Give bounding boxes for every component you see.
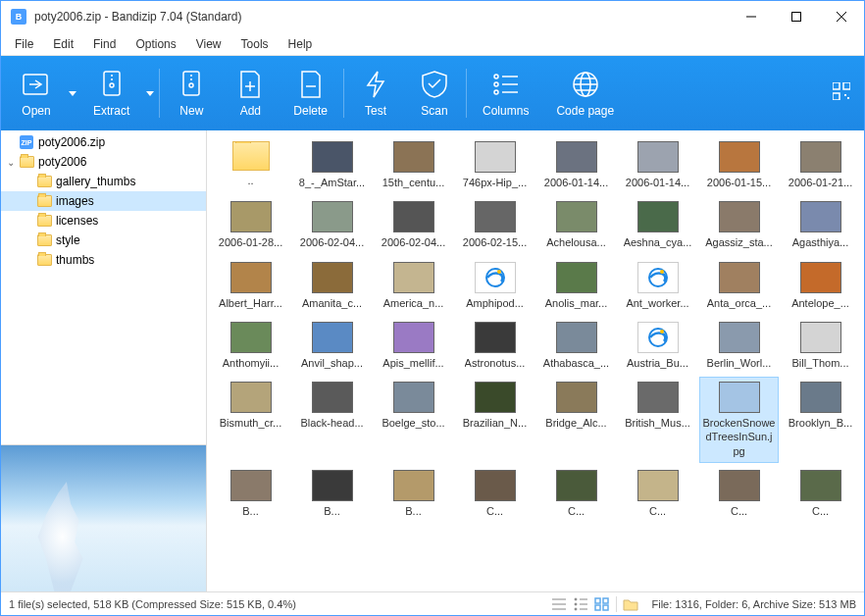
file-item[interactable]: 2006-01-28... <box>211 196 290 254</box>
file-item[interactable]: Anolis_mar... <box>536 257 616 315</box>
file-item[interactable]: Apis_mellif... <box>374 317 453 375</box>
view-details-icon[interactable] <box>573 597 588 611</box>
file-item[interactable]: Agasthiya... <box>781 196 860 254</box>
tree-item-images[interactable]: images <box>1 191 206 211</box>
file-item[interactable]: 2006-02-15... <box>455 196 534 254</box>
tree-item-thumbs[interactable]: thumbs <box>1 250 206 270</box>
menu-help[interactable]: Help <box>279 35 323 53</box>
image-thumbnail <box>800 262 841 293</box>
file-item[interactable]: 2006-02-04... <box>374 196 453 254</box>
menu-tools[interactable]: Tools <box>231 35 279 53</box>
svg-point-17 <box>494 82 498 86</box>
maximize-button[interactable] <box>774 1 819 32</box>
file-item[interactable]: Berlin_Worl... <box>699 317 779 375</box>
file-label: Anta_orca_... <box>707 296 771 310</box>
codepage-button[interactable]: Code page <box>542 59 628 128</box>
tree-item-poty2006[interactable]: ⌄poty2006 <box>1 152 206 172</box>
file-item[interactable]: Brazilian_N... <box>455 377 534 463</box>
file-item[interactable]: C... <box>618 465 697 523</box>
file-item[interactable]: Austria_Bu... <box>618 317 697 375</box>
view-folder-icon[interactable] <box>623 597 638 611</box>
file-item[interactable]: Athabasca_... <box>536 317 616 375</box>
file-item[interactable]: America_n... <box>374 257 453 315</box>
file-item[interactable]: B... <box>374 465 453 523</box>
minimize-button[interactable] <box>729 1 774 32</box>
file-item[interactable]: B... <box>292 465 372 523</box>
delete-button[interactable]: Delete <box>280 59 341 128</box>
image-thumbnail <box>800 141 841 173</box>
columns-button[interactable]: Columns <box>469 59 542 128</box>
tree-expander[interactable]: ⌄ <box>5 157 17 168</box>
view-list-icon[interactable] <box>551 597 567 611</box>
menu-options[interactable]: Options <box>126 35 185 53</box>
file-item[interactable]: Boelge_sto... <box>374 377 453 463</box>
app-window: B poty2006.zip - Bandizip 7.04 (Standard… <box>0 0 865 616</box>
file-item[interactable]: 8_-_AmStar... <box>292 136 372 194</box>
file-item[interactable]: Anthomyii... <box>211 317 290 375</box>
image-thumbnail <box>719 322 760 353</box>
file-item[interactable]: B... <box>211 465 290 523</box>
file-item[interactable]: C... <box>455 465 534 523</box>
scan-button[interactable]: Scan <box>405 59 464 128</box>
open-button[interactable]: Open <box>7 59 66 128</box>
file-item[interactable]: British_Mus... <box>618 377 697 463</box>
file-item[interactable]: 2006-01-14... <box>536 136 616 194</box>
file-item[interactable]: Amanita_c... <box>292 257 372 315</box>
titlebar: B poty2006.zip - Bandizip 7.04 (Standard… <box>1 1 864 32</box>
file-item[interactable]: Astronotus... <box>455 317 534 375</box>
open-icon <box>21 69 52 100</box>
file-item[interactable]: Antelope_... <box>781 257 860 315</box>
close-button[interactable] <box>819 1 864 32</box>
file-item[interactable]: 2006-01-14... <box>618 136 697 194</box>
file-label: Anvil_shap... <box>301 356 363 370</box>
file-item[interactable]: C... <box>536 465 616 523</box>
file-item[interactable]: Brooklyn_B... <box>781 377 860 463</box>
new-button[interactable]: New <box>162 59 221 128</box>
tree-item-licenses[interactable]: licenses <box>1 211 206 231</box>
menu-view[interactable]: View <box>186 35 231 53</box>
file-item[interactable]: Bridge_Alc... <box>536 377 616 463</box>
file-item[interactable]: Amphipod... <box>455 257 534 315</box>
test-button[interactable]: Test <box>346 59 405 128</box>
menu-find[interactable]: Find <box>83 35 126 53</box>
add-icon <box>234 69 266 100</box>
parent-folder-item[interactable]: .. <box>211 136 290 194</box>
extract-label: Extract <box>93 104 129 118</box>
tree-item-style[interactable]: style <box>1 231 206 250</box>
file-item[interactable]: 2006-01-15... <box>699 136 779 194</box>
qr-icon[interactable] <box>825 75 858 112</box>
file-grid[interactable]: ..8_-_AmStar...15th_centu...746px-Hip_..… <box>207 130 864 591</box>
file-item[interactable]: 746px-Hip_... <box>455 136 534 194</box>
menu-file[interactable]: File <box>5 35 43 53</box>
file-item[interactable]: C... <box>699 465 779 523</box>
tree-label: licenses <box>56 214 98 228</box>
file-item[interactable]: Bill_Thom... <box>781 317 860 375</box>
menu-edit[interactable]: Edit <box>43 35 83 53</box>
file-item[interactable]: 15th_centu... <box>374 136 453 194</box>
open-dropdown[interactable] <box>66 59 79 128</box>
file-item[interactable]: Ant_worker... <box>618 257 697 315</box>
file-item[interactable]: BrockenSnowedTreesInSun.jpg <box>699 377 779 463</box>
file-item[interactable]: 2006-02-04... <box>292 196 372 254</box>
add-button[interactable]: Add <box>221 59 280 128</box>
extract-dropdown[interactable] <box>143 59 157 128</box>
file-item[interactable]: Anvil_shap... <box>292 317 372 375</box>
file-label: Athabasca_... <box>543 356 609 370</box>
file-item[interactable]: Achelousa... <box>536 196 616 254</box>
tree-item-gallery-thumbs[interactable]: gallery_thumbs <box>1 172 206 191</box>
folder-tree[interactable]: ZIPpoty2006.zip⌄poty2006gallery_thumbsim… <box>1 130 206 444</box>
file-item[interactable]: Bismuth_cr... <box>211 377 290 463</box>
extract-button[interactable]: Extract <box>79 59 143 128</box>
file-item[interactable]: 2006-01-21... <box>781 136 860 194</box>
file-item[interactable]: Albert_Harr... <box>211 257 290 315</box>
image-thumbnail <box>475 470 516 501</box>
file-item[interactable]: Aeshna_cya... <box>618 196 697 254</box>
file-item[interactable]: Agassiz_sta... <box>699 196 779 254</box>
file-item[interactable]: Black-head... <box>292 377 372 463</box>
file-item[interactable]: Anta_orca_... <box>699 257 779 315</box>
tree-item-poty2006-zip[interactable]: ZIPpoty2006.zip <box>1 132 206 152</box>
view-thumbs-icon[interactable] <box>594 597 610 611</box>
html-icon <box>637 262 679 293</box>
file-label: British_Mus... <box>625 416 690 430</box>
file-item[interactable]: C... <box>781 465 860 523</box>
